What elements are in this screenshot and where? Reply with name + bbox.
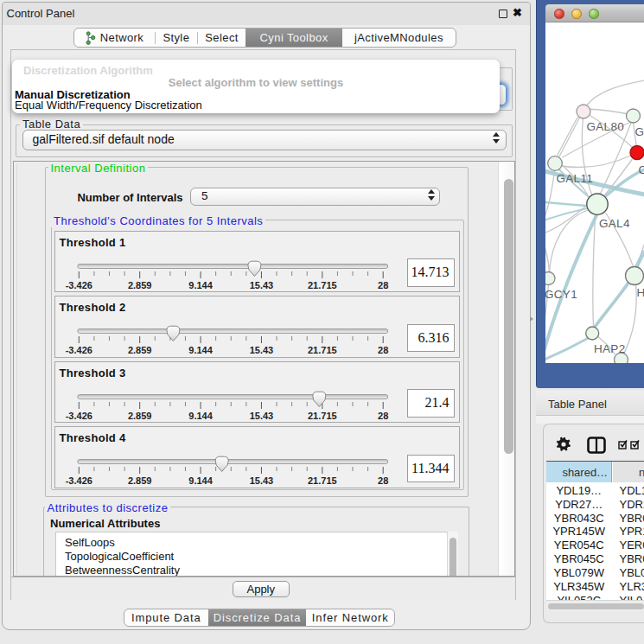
svg-text:GAL80: GAL80 <box>587 120 625 133</box>
svg-text:9.144: 9.144 <box>188 475 213 486</box>
svg-text:GAL11: GAL11 <box>557 172 594 185</box>
svg-text:9.144: 9.144 <box>188 345 213 355</box>
svg-text:9.144: 9.144 <box>188 411 213 421</box>
svg-text:9.144: 9.144 <box>188 280 213 290</box>
svg-text:GCY1: GCY1 <box>545 288 577 301</box>
svg-text:15.43: 15.43 <box>250 475 274 486</box>
svg-text:15.43: 15.43 <box>250 411 274 421</box>
svg-text:2.859: 2.859 <box>128 280 152 290</box>
svg-text:2.859: 2.859 <box>128 411 152 421</box>
svg-text:15.43: 15.43 <box>250 280 274 290</box>
svg-text:-3.426: -3.426 <box>66 280 92 290</box>
svg-text:-3.426: -3.426 <box>66 411 92 421</box>
svg-text:21.715: 21.715 <box>308 345 337 355</box>
svg-text:21.715: 21.715 <box>308 475 337 486</box>
svg-text:HI: HI <box>637 286 644 299</box>
svg-text:21.715: 21.715 <box>308 280 337 290</box>
svg-text:2.859: 2.859 <box>128 475 152 486</box>
svg-text:28: 28 <box>378 280 388 290</box>
svg-text:28: 28 <box>378 345 388 355</box>
svg-text:15.43: 15.43 <box>250 345 274 355</box>
svg-text:GA: GA <box>635 125 644 138</box>
svg-text:28: 28 <box>378 475 388 486</box>
svg-text:-3.426: -3.426 <box>66 345 92 355</box>
svg-text:21.715: 21.715 <box>308 411 337 421</box>
svg-text:28: 28 <box>378 411 388 421</box>
svg-text:2.859: 2.859 <box>128 345 152 355</box>
svg-text:CR: CR <box>639 163 644 176</box>
svg-text:GAL4: GAL4 <box>599 217 630 230</box>
svg-text:HAP2: HAP2 <box>594 342 625 355</box>
svg-text:-3.426: -3.426 <box>66 475 92 486</box>
